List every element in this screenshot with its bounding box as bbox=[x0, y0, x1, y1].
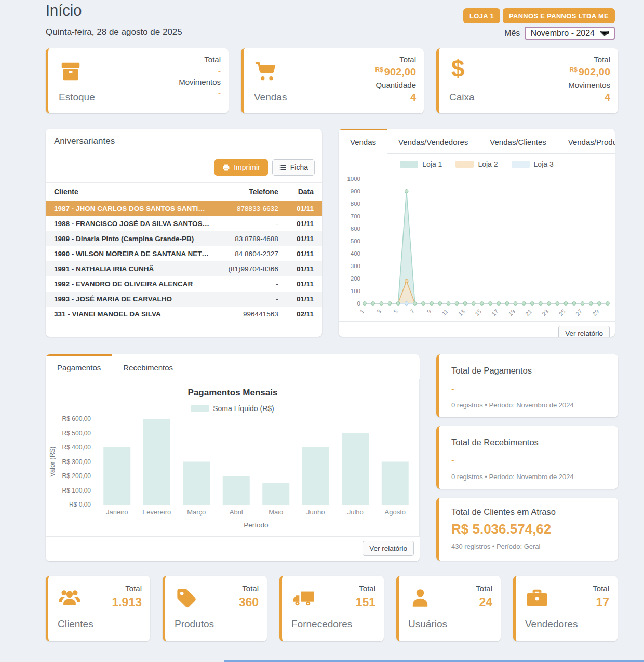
users-icon bbox=[58, 586, 82, 610]
svg-text:25: 25 bbox=[558, 308, 567, 317]
clientes-card[interactable]: Total 1.913 Clientes bbox=[46, 576, 150, 641]
metric-value: - bbox=[179, 66, 221, 75]
total-label: Total bbox=[593, 584, 609, 593]
svg-text:Valor (R$): Valor (R$) bbox=[48, 446, 56, 476]
total-pagamentos-card[interactable]: Total de Pagamentos - 0 registros • Perí… bbox=[436, 354, 618, 417]
box-icon bbox=[59, 60, 83, 84]
svg-text:R$ 500,00: R$ 500,00 bbox=[62, 430, 91, 437]
total-label: Total bbox=[125, 584, 142, 593]
svg-text:R$ 200,00: R$ 200,00 bbox=[62, 472, 91, 480]
page-title: Início bbox=[46, 2, 82, 19]
stat-card-label: Estoque bbox=[59, 91, 95, 103]
table-row[interactable]: 1987 - JHON CARLOS DOS SANTOS SANTIAGO..… bbox=[46, 201, 322, 216]
stat-card-caixa[interactable]: $ Caixa Total R$902,00 Movimentos 4 bbox=[436, 48, 618, 113]
ficha-button[interactable]: Ficha bbox=[272, 159, 315, 176]
card-label: Usuários bbox=[408, 618, 447, 630]
pagamentos-chart-area: Pagamentos Mensais Soma Líquido (R$) R$ … bbox=[46, 379, 420, 537]
stat-card-vendas[interactable]: Vendas Total R$902,00 Quantidade 4 bbox=[241, 48, 424, 113]
column-header-data: Data bbox=[287, 183, 322, 201]
ver-relatorio-pagamentos-button[interactable]: Ver relatório bbox=[363, 541, 414, 556]
svg-text:3: 3 bbox=[375, 308, 382, 315]
total-label: Total bbox=[359, 584, 375, 593]
tag-icon bbox=[175, 586, 198, 610]
horizontal-scroll-indicator[interactable] bbox=[224, 660, 644, 662]
month-filter: Mês Novembro - 2024 bbox=[504, 27, 615, 40]
metric-value: R$902,00 bbox=[568, 66, 610, 78]
metric-label: Total bbox=[375, 55, 416, 64]
metric-label: Movimentos bbox=[179, 77, 221, 87]
aniversariantes-table: Cliente Telefone Data 1987 - JHON CARLOS… bbox=[46, 183, 322, 322]
month-select-value: Novembro - 2024 bbox=[530, 29, 595, 38]
svg-text:17: 17 bbox=[490, 308, 499, 317]
svg-text:Março: Março bbox=[187, 508, 206, 516]
svg-text:23: 23 bbox=[541, 308, 549, 317]
table-row[interactable]: 1992 - EVANDRO DE OLIVEIRA ALENCAR - 01/… bbox=[46, 276, 322, 292]
vendas-tabs: Vendas Vendas/Vendedores Vendas/Clientes… bbox=[339, 129, 615, 154]
pagamentos-tabs: Pagamentos Recebimentos bbox=[46, 354, 420, 379]
tab-pagamentos[interactable]: Pagamentos bbox=[46, 354, 112, 379]
svg-text:100: 100 bbox=[351, 288, 360, 294]
summary-note: 430 registros • Período: Geral bbox=[451, 542, 606, 550]
vendedores-card[interactable]: Total 17 Vendedores bbox=[513, 576, 618, 641]
stat-card-estoque[interactable]: Estoque Total - Movimentos - bbox=[46, 48, 229, 113]
total-value: 1.913 bbox=[112, 595, 142, 610]
tab-vendas[interactable]: Vendas bbox=[339, 129, 387, 154]
imprimir-button[interactable]: Imprimir bbox=[214, 159, 268, 176]
svg-text:29: 29 bbox=[591, 308, 600, 317]
table-row[interactable]: 1993 - JOSÉ MARIA DE CARVALHO - 01/11 bbox=[46, 292, 322, 307]
table-row[interactable]: 1991 - NATHALIA IRIA CUNHÃ (81)99704-836… bbox=[46, 261, 322, 276]
aniversariantes-panel: Aniversariantes Imprimir Ficha Cliente T… bbox=[46, 129, 322, 337]
clientes-atraso-card[interactable]: Total de Clientes em Atraso R$ 5.036.574… bbox=[436, 498, 618, 561]
table-row[interactable]: 331 - VIANEI MANOEL DA SILVA 996441563 0… bbox=[46, 307, 322, 322]
legend-swatch-loja2 bbox=[455, 161, 474, 168]
total-value: 17 bbox=[596, 595, 609, 610]
metric-value: 4 bbox=[568, 91, 610, 103]
company-badge[interactable]: PANNOS E PANNOS LTDA ME bbox=[503, 8, 615, 23]
list-icon bbox=[279, 164, 287, 171]
svg-text:200: 200 bbox=[351, 275, 360, 282]
fornecedores-card[interactable]: Total 151 Fornecedores bbox=[279, 576, 384, 641]
pagamentos-chart: R$ 0,00R$ 100,00R$ 200,00R$ 300,00R$ 400… bbox=[46, 415, 419, 535]
vendas-panel: Vendas Vendas/Vendedores Vendas/Clientes… bbox=[339, 129, 615, 337]
svg-text:R$ 0,00: R$ 0,00 bbox=[69, 501, 91, 508]
svg-text:5: 5 bbox=[392, 308, 399, 315]
svg-text:Maio: Maio bbox=[269, 508, 283, 516]
tab-recebimentos[interactable]: Recebimentos bbox=[112, 354, 184, 379]
summary-title: Total de Pagamentos bbox=[451, 366, 606, 376]
svg-text:Abril: Abril bbox=[230, 508, 243, 516]
table-row[interactable]: 1990 - WILSON MOREIRA DE SANTANA NETO (.… bbox=[46, 246, 322, 261]
ver-relatorio-vendas-button[interactable]: Ver relatório bbox=[558, 326, 610, 337]
svg-text:13: 13 bbox=[457, 308, 466, 317]
svg-text:700: 700 bbox=[351, 213, 360, 219]
tab-vendas-produtos[interactable]: Vendas/Produtos bbox=[557, 129, 615, 153]
pagamentos-panel: Pagamentos Recebimentos Pagamentos Mensa… bbox=[46, 354, 420, 561]
total-recebimentos-card[interactable]: Total de Recebimentos - 0 registros • Pe… bbox=[436, 426, 618, 489]
produtos-card[interactable]: Total 360 Produtos bbox=[163, 576, 267, 641]
svg-text:Período: Período bbox=[244, 521, 268, 529]
svg-text:400: 400 bbox=[351, 250, 360, 257]
total-value: 24 bbox=[479, 595, 492, 610]
legend-swatch-soma-liquido bbox=[191, 405, 209, 412]
metric-value: R$902,00 bbox=[375, 66, 416, 78]
table-row[interactable]: 1988 - FRANCISCO JOSÉ DA SILVA SANTOS (N… bbox=[46, 216, 322, 231]
card-label: Clientes bbox=[58, 618, 93, 630]
legend-swatch-loja3 bbox=[512, 161, 530, 168]
summary-note: 0 registros • Período: Novembro de 2024 bbox=[451, 401, 606, 409]
metric-value: 4 bbox=[375, 91, 416, 103]
month-select[interactable]: Novembro - 2024 bbox=[525, 27, 615, 40]
card-label: Vendedores bbox=[525, 618, 578, 630]
svg-text:Janeiro: Janeiro bbox=[106, 508, 128, 516]
svg-text:0: 0 bbox=[357, 300, 360, 307]
svg-text:900: 900 bbox=[351, 188, 360, 194]
card-label: Produtos bbox=[175, 618, 214, 630]
table-row[interactable]: 1989 - Dinaria Pinto (Campina Grande-PB)… bbox=[46, 231, 322, 246]
metric-label: Total bbox=[179, 55, 221, 64]
tab-vendas-vendedores[interactable]: Vendas/Vendedores bbox=[387, 129, 479, 153]
tab-vendas-clientes[interactable]: Vendas/Clientes bbox=[479, 129, 557, 153]
usuarios-card[interactable]: Total 24 Usuários bbox=[396, 576, 501, 641]
store-badge[interactable]: LOJA 1 bbox=[463, 8, 500, 23]
svg-text:11: 11 bbox=[440, 308, 449, 317]
dashboard-page: Início Quinta-feira, 28 de agosto de 202… bbox=[0, 0, 644, 662]
total-label: Total bbox=[476, 584, 492, 593]
metric-label: Movimentos bbox=[568, 81, 610, 90]
